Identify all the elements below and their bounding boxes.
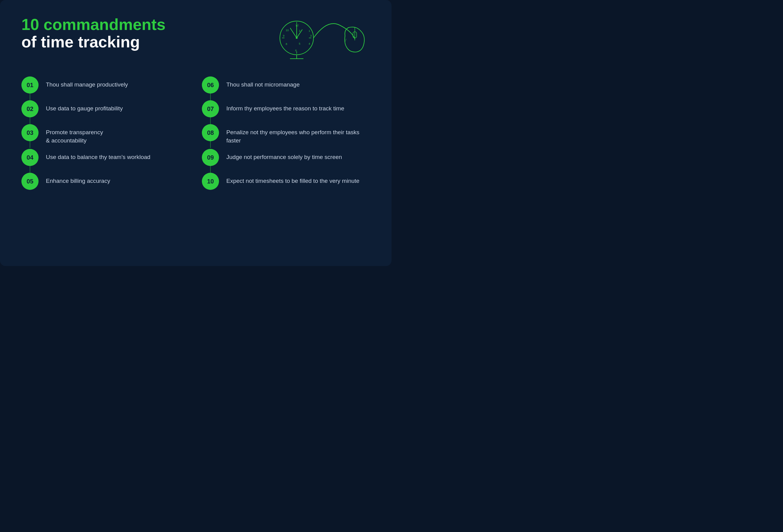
commandment-item: 04 Use data to balance thy team's worklo…	[22, 149, 190, 173]
number-circle: 08	[202, 124, 219, 141]
commandment-item: 07 Inform thy employees the reason to tr…	[202, 100, 370, 124]
number-circle: 10	[202, 173, 219, 190]
number-col: 06	[202, 76, 219, 100]
svg-point-18	[296, 37, 297, 39]
number-col: 08	[202, 124, 219, 148]
svg-text:6: 6	[295, 49, 297, 52]
commandment-item: 10 Expect not timesheets to be filled to…	[202, 173, 370, 190]
commandment-item: 03 Promote transparency& accountability	[22, 124, 190, 149]
svg-text:8: 8	[286, 42, 287, 45]
illustration-svg: 12 1 3 4 6 8 9 10 2 5	[266, 16, 370, 65]
commandment-text: Inform thy employees the reason to track…	[226, 100, 344, 117]
number-col: 07	[202, 100, 219, 124]
connector-line	[30, 118, 30, 124]
number-circle: 04	[22, 149, 38, 166]
number-col: 04	[22, 149, 38, 173]
commandment-text: Penalize not thy employees who perform t…	[226, 124, 370, 149]
number-circle: 07	[202, 100, 219, 118]
commandment-item: 08 Penalize not thy employees who perfor…	[202, 124, 370, 149]
commandment-text: Thou shall not micromanage	[226, 76, 300, 93]
title-block: 10 commandments of time tracking	[22, 16, 165, 51]
number-circle: 05	[22, 173, 38, 190]
number-circle: 09	[202, 149, 219, 166]
commandment-item: 06 Thou shall not micromanage	[202, 76, 370, 100]
commandment-text: Thou shall manage productively	[46, 76, 128, 93]
commandment-text: Promote transparency& accountability	[46, 124, 103, 149]
number-circle: 06	[202, 76, 219, 94]
number-col: 02	[22, 100, 38, 124]
commandment-item: 09 Judge not performance solely by time …	[202, 149, 370, 173]
number-circle: 03	[22, 124, 38, 141]
svg-line-23	[345, 39, 346, 42]
connector-line	[210, 141, 211, 148]
title-line1: 10 commandments	[22, 16, 165, 33]
left-column: 01 Thou shall manage productively 02 Use…	[22, 76, 190, 250]
svg-text:12: 12	[295, 24, 299, 27]
number-col: 10	[202, 173, 219, 190]
connector-line	[30, 166, 30, 173]
commandment-text: Judge not performance solely by time scr…	[226, 149, 342, 166]
number-circle: 02	[22, 100, 38, 118]
commandment-text: Enhance billing accuracy	[46, 173, 110, 190]
svg-text:4: 4	[309, 42, 310, 45]
connector-line	[30, 94, 30, 100]
title-line2: of time tracking	[22, 33, 165, 51]
connector-line	[210, 94, 211, 100]
header-area: 10 commandments of time tracking 12 1 3 …	[22, 16, 370, 65]
commandment-item: 01 Thou shall manage productively	[22, 76, 190, 100]
number-col: 09	[202, 149, 219, 173]
commandment-item: 02 Use data to gauge profitability	[22, 100, 190, 124]
svg-text:3: 3	[310, 34, 312, 37]
svg-text:5: 5	[299, 42, 300, 45]
number-col: 05	[22, 173, 38, 190]
commandment-text: Use data to balance thy team's workload	[46, 149, 151, 166]
commandment-text: Use data to gauge profitability	[46, 100, 123, 117]
commandment-item: 05 Enhance billing accuracy	[22, 173, 190, 190]
svg-line-15	[290, 28, 297, 38]
main-card: 10 commandments of time tracking 12 1 3 …	[0, 0, 392, 266]
svg-text:1: 1	[309, 29, 310, 32]
right-column: 06 Thou shall not micromanage 07 Inform …	[202, 76, 370, 250]
number-circle: 01	[22, 76, 38, 94]
svg-text:9: 9	[283, 34, 284, 37]
number-col: 03	[22, 124, 38, 148]
commandment-text: Expect not timesheets to be filled to th…	[226, 173, 359, 190]
svg-text:2: 2	[299, 29, 300, 32]
number-col: 01	[22, 76, 38, 100]
connector-line	[30, 141, 30, 148]
svg-text:10: 10	[286, 29, 289, 32]
connector-line	[210, 166, 211, 173]
commandments-grid: 01 Thou shall manage productively 02 Use…	[22, 76, 370, 250]
connector-line	[210, 118, 211, 124]
illustration: 12 1 3 4 6 8 9 10 2 5	[266, 16, 370, 65]
